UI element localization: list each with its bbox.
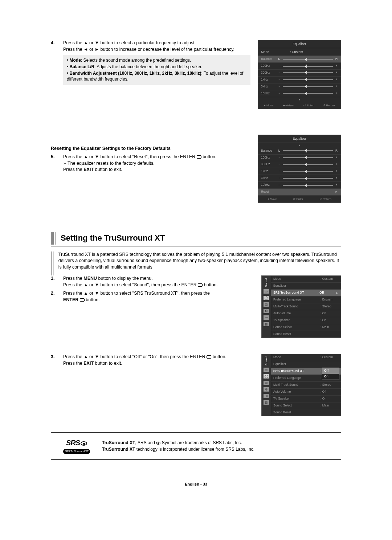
section-title: Setting the TruSurround XT	[61, 232, 165, 245]
trademark-box: SRS SRS TruSurround XT TruSurround XT, S…	[51, 432, 341, 460]
ts-step1-number: 1.	[51, 275, 59, 288]
step5-text: Press the ▲ or ▼ button to select "Reset…	[63, 154, 250, 173]
picture-icon: ▭	[264, 289, 269, 294]
application-icon: ▦	[264, 322, 269, 326]
channel-icon: ▤	[264, 381, 269, 385]
intro-text: TruSurround XT is a patented SRS technol…	[51, 251, 341, 276]
sound-menu-row: SRS TruSurround XT:OffOn	[271, 368, 341, 375]
sound-icon: ◯	[264, 374, 269, 379]
srs-symbol-small-icon	[156, 442, 160, 445]
input-icon: ⇥	[264, 394, 269, 398]
step5-number: 5.	[51, 154, 59, 173]
picture-icon: ▭	[264, 368, 269, 372]
enter-icon	[198, 283, 203, 287]
sound-menu-row: Sound Select: Main	[271, 402, 341, 409]
srs-logo: SRS SRS TruSurround XT	[58, 438, 95, 454]
section-title-wrap: Setting the TruSurround XT	[51, 232, 341, 245]
enter-icon	[80, 298, 85, 302]
ts-step2-text: Press the ▲ or ▼ button to select "SRS T…	[63, 290, 255, 303]
setup-icon: ✻	[264, 309, 269, 313]
sound-icon: ◯	[264, 296, 269, 300]
adjust-icon: ◂▸ Adjust	[283, 103, 294, 107]
sound-menu-row: TV Speaker: On	[271, 396, 341, 402]
equalizer-osd-2: Equalizer ▲ BalanceLR 100Hz-+ 300Hz-+ 1k…	[258, 135, 341, 203]
sound-menu-row: Multi-Track Sound: Stereo	[271, 382, 341, 389]
return-icon: ↺ Return	[323, 103, 335, 107]
input-icon: ⇥	[264, 315, 269, 320]
sound-menu-row: Sound Reset	[271, 331, 341, 338]
sound-menu-row: Mode: Custom	[271, 276, 341, 283]
sound-menu-row: Sound Select: Main	[271, 324, 341, 331]
application-icon: ▦	[264, 400, 269, 405]
setup-icon: ✻	[264, 387, 269, 392]
sound-menu-row: Preferred Language: English	[271, 296, 341, 303]
step4-line1: Press the ▲ or ▼ button to select a part…	[63, 40, 196, 45]
enter-icon	[207, 355, 211, 359]
reset-heading: Resetting the Equalizer Settings to the …	[51, 146, 250, 152]
step4-number: 4.	[51, 40, 59, 85]
trademark-text: TruSurround XT, SRS and Symbol are trade…	[102, 439, 254, 453]
ts-step3-text: Press the ▲ or ▼ button to select "Off" …	[63, 354, 255, 367]
enter-icon	[197, 155, 201, 159]
sound-menu-osd-1: Sound ▭ ◯ ▤ ✻ ⇥ ▦ Mode: CustomEqualizerS…	[261, 275, 341, 338]
sound-menu-row: Equalizer	[271, 283, 341, 290]
ts-step2-number: 2.	[51, 290, 59, 303]
step4-line2: Press the ◄ or ► button to increase or d…	[63, 47, 234, 52]
channel-icon: ▤	[264, 302, 269, 307]
srs-symbol-icon	[81, 441, 87, 446]
sound-menu-osd-2: Sound ▭ ◯ ▤ ✻ ⇥ ▦ Mode: CustomEqualizerS…	[261, 354, 341, 416]
sound-menu-row: Mode: Custom	[271, 354, 341, 361]
sound-menu-row: SRS TruSurround XT: Off►	[271, 290, 341, 296]
srs-dropdown: OffOn	[322, 368, 339, 380]
move-icon: ♦ Move	[264, 103, 274, 107]
sound-menu-row: Sound Reset	[271, 409, 341, 416]
sound-menu-row: Equalizer	[271, 361, 341, 368]
sound-menu-row: Auto Volume: Off	[271, 389, 341, 396]
equalizer-osd-1: Equalizer Mode: Custom BalanceLR 100Hz-+…	[258, 40, 341, 109]
page-footer: English - 33	[51, 482, 341, 487]
step4-bullets: • Mode: Selects the sound mode among the…	[63, 55, 250, 85]
sound-menu-row: Multi-Track Sound: Stereo	[271, 303, 341, 310]
sound-menu-row: Auto Volume: Off	[271, 310, 341, 317]
ts-step1-text: Press the MENU button to display the men…	[63, 275, 255, 288]
sound-menu-row: TV Speaker: On	[271, 317, 341, 324]
ts-step3-number: 3.	[51, 354, 59, 367]
step4-text: 4. Press the ▲ or ▼ button to select a p…	[51, 40, 250, 109]
enter-icon: ⏎ Enter	[303, 103, 314, 107]
